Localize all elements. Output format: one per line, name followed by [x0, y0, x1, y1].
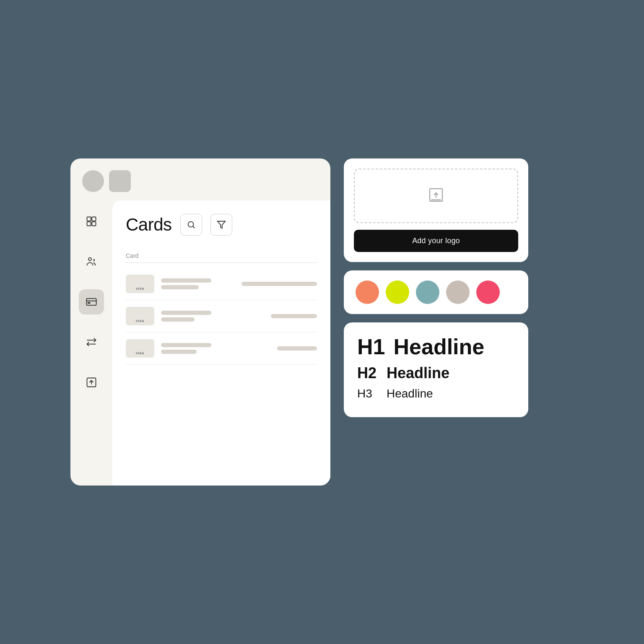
amount-bar	[277, 346, 317, 351]
color-swatch-coral[interactable]	[476, 280, 500, 304]
svg-line-13	[193, 226, 195, 228]
color-swatch-sand[interactable]	[446, 280, 470, 304]
card-thumbnail: VISA	[126, 307, 154, 325]
card-info	[161, 278, 235, 289]
heading2-value: Headline	[387, 364, 449, 382]
upload-icon	[428, 187, 444, 205]
color-swatch-orange[interactable]	[356, 280, 379, 304]
amount-bar	[242, 282, 317, 286]
card-amount	[277, 346, 317, 351]
add-logo-button[interactable]: Add your logo	[354, 230, 518, 252]
card-detail-bar	[161, 350, 197, 354]
svg-marker-14	[217, 221, 225, 229]
right-panels: Add your logo H1 Headline H2 Headline H3…	[344, 158, 528, 417]
column-card: Card	[126, 252, 138, 259]
scene: Cards Card	[70, 158, 574, 486]
heading2-row: H2 Headline	[357, 364, 515, 382]
card-amount	[242, 282, 317, 286]
card-name-bar	[161, 311, 211, 315]
card-info	[161, 343, 270, 354]
heading2-label: H2	[357, 364, 378, 382]
svg-rect-5	[86, 299, 96, 305]
svg-point-12	[188, 222, 193, 227]
color-swatch-lime[interactable]	[386, 280, 409, 304]
svg-point-4	[88, 258, 91, 261]
card-info	[161, 311, 264, 322]
sidebar-item-dashboard[interactable]	[79, 209, 104, 234]
heading3-value: Headline	[387, 387, 433, 400]
card-name-bar	[161, 278, 211, 283]
heading3-row: H3 Headline	[357, 387, 515, 400]
svg-rect-7	[88, 302, 90, 303]
svg-rect-3	[92, 222, 96, 226]
logo-panel: Add your logo	[344, 158, 528, 262]
sidebar-item-users[interactable]	[79, 249, 104, 274]
svg-rect-1	[92, 217, 96, 221]
table-row: VISA	[126, 300, 317, 332]
colors-panel	[344, 270, 528, 314]
main-content: Cards Card	[112, 200, 330, 486]
search-button[interactable]	[180, 214, 202, 236]
card-thumbnail: VISA	[126, 275, 154, 293]
app-body: Cards Card	[70, 200, 330, 486]
table-row: VISA	[126, 332, 317, 365]
card-thumbnail: VISA	[126, 339, 154, 358]
heading1-value: Headline	[393, 334, 484, 359]
heading1-label: H1	[357, 334, 385, 359]
heading3-label: H3	[357, 387, 378, 400]
amount-bar	[271, 314, 317, 318]
svg-rect-2	[87, 222, 91, 226]
table-header: Card	[126, 249, 317, 263]
card-detail-bar	[161, 317, 195, 322]
filter-button[interactable]	[210, 214, 232, 236]
app-header	[70, 158, 330, 200]
sidebar-item-transfer[interactable]	[79, 330, 104, 355]
color-swatch-teal[interactable]	[416, 280, 439, 304]
header-avatar	[82, 170, 104, 192]
typography-panel: H1 Headline H2 Headline H3 Headline	[344, 322, 528, 417]
app-window: Cards Card	[70, 158, 330, 486]
card-amount	[271, 314, 317, 318]
upload-area[interactable]	[354, 169, 518, 223]
page-title: Cards	[126, 215, 172, 235]
sidebar-item-export[interactable]	[79, 370, 104, 395]
card-name-bar	[161, 343, 211, 347]
svg-rect-0	[87, 217, 91, 221]
sidebar	[70, 200, 112, 486]
table-row: VISA	[126, 268, 317, 300]
sidebar-item-cards[interactable]	[79, 289, 104, 314]
heading1-row: H1 Headline	[357, 334, 515, 359]
header-logo-square	[109, 170, 131, 192]
card-detail-bar	[161, 285, 199, 289]
content-header: Cards	[126, 214, 317, 236]
